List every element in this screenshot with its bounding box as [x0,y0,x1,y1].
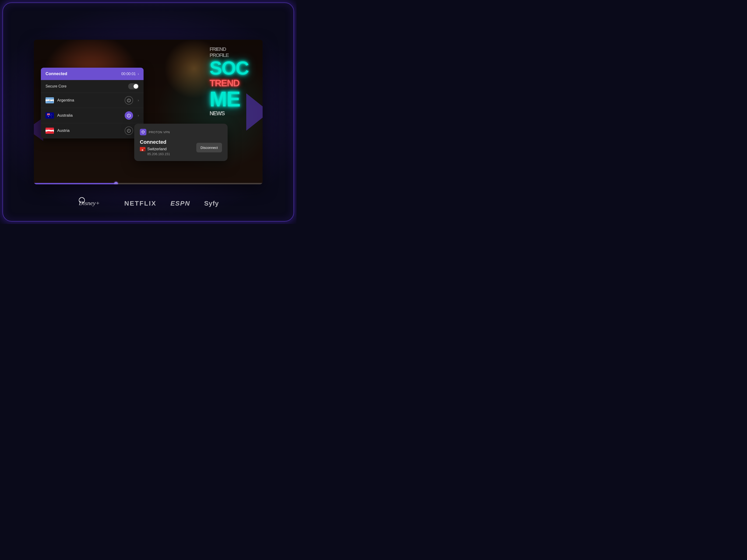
australia-flag: 🇦🇺 [46,112,54,118]
country-row-australia[interactable]: 🇦🇺 Australia › [41,108,144,123]
vpn-header-chevron-icon[interactable]: › [138,72,139,76]
neon-line-trend: TREND [210,78,249,88]
proton-vpn-icon [140,129,146,135]
austria-power-button[interactable] [125,127,133,135]
argentina-flag: 🇦🇷 [46,97,54,103]
streaming-logos-container: Disney+ NETFLIX ESPN Syfy [77,197,219,210]
deco-triangle-right [246,93,263,131]
austria-flag: 🇦🇹 [46,128,54,134]
notification-app-name: PROTON VPN [149,130,170,134]
neon-signs-container: FRIEND PROFILE SOC TREND ME NEWS [210,47,249,116]
australia-chevron-icon: › [138,113,139,117]
video-progress-thumb [114,182,118,184]
notification-country-row: + Switzerland [140,147,192,151]
main-container: FRIEND PROFILE SOC TREND ME NEWS Connect… [14,9,282,215]
netflix-logo: NETFLIX [124,200,156,207]
espn-logo: ESPN [171,200,190,207]
vpn-connected-label: Connected [46,72,67,76]
australia-label: Australia [57,113,121,118]
notification-content: Connected + Switzerland 85.206.163.151 [140,139,192,156]
video-progress-bar[interactable] [34,183,263,184]
notification-card: PROTON VPN Connected + Switzerland 85.20… [134,124,228,161]
argentina-chevron-icon: › [138,98,139,102]
vpn-panel: Connected 00:00:01 › Secure Core 🇦🇷 Arge… [41,68,144,138]
notification-country-name: Switzerland [147,147,167,151]
neon-line-top: FRIEND [210,47,249,52]
disconnect-button[interactable]: Disconnect [196,143,222,152]
neon-line-soc: SOC [210,59,249,77]
toggle-thumb [133,84,138,89]
country-row-argentina[interactable]: 🇦🇷 Argentina › [41,93,144,108]
vpn-header: Connected 00:00:01 › [41,68,144,80]
secure-core-label: Secure Core [46,84,67,88]
secure-core-toggle[interactable] [128,83,139,89]
argentina-power-button[interactable] [125,96,133,105]
vpn-timer-container: 00:00:01 › [121,72,139,76]
notification-body: Connected + Switzerland 85.206.163.151 D… [140,139,222,156]
austria-label: Austria [57,128,121,133]
vpn-timer: 00:00:01 [121,72,136,76]
neon-line-news: NEWS [210,111,249,116]
neon-line-profile: PROFILE [210,53,249,58]
notification-ip: 85.206.163.151 [147,152,192,156]
argentina-label: Argentina [57,98,121,103]
secure-core-row: Secure Core [41,80,144,93]
notification-status: Connected [140,139,192,145]
country-row-austria[interactable]: 🇦🇹 Austria › [41,123,144,138]
syfy-logo: Syfy [204,200,219,207]
neon-line-me: ME [210,89,249,110]
switzerland-flag: + [140,147,146,151]
monitor-screen: FRIEND PROFILE SOC TREND ME NEWS Connect… [34,40,263,184]
video-progress-fill [34,183,116,184]
swiss-cross-icon: + [141,148,144,150]
australia-power-button[interactable] [125,111,133,120]
disney-plus-logo: Disney+ [77,197,110,210]
notification-header: PROTON VPN [140,129,222,135]
